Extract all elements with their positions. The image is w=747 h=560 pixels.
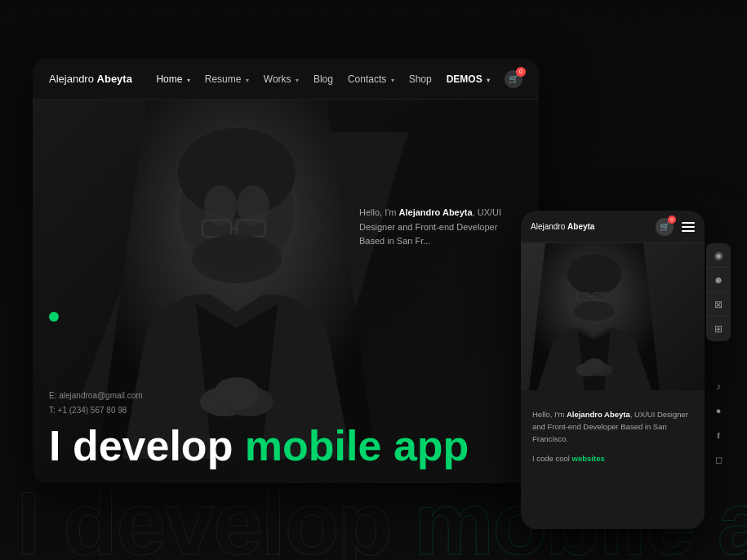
desktop-card: Alejandro Abeyta Home ▾ Resume ▾ Works ▾… — [33, 59, 539, 483]
nav-resume[interactable]: Resume ▾ — [205, 73, 249, 85]
tiktok-icon[interactable]: ♪ — [706, 374, 731, 398]
desktop-contact-info: E: alejandroa@gmail.com T: +1 (234) 567 … — [49, 389, 143, 418]
github-icon[interactable]: ● — [706, 398, 731, 423]
svg-point-24 — [584, 358, 605, 373]
mobile-hero-area — [521, 243, 705, 390]
eye-icon[interactable]: ◉ — [706, 243, 731, 268]
hamburger-menu[interactable] — [682, 222, 695, 232]
mobile-cart[interactable]: 🛒 0 — [656, 218, 674, 236]
mobile-side-toolbar: ◉ ☻ ⊠ ⊞ — [706, 243, 731, 341]
nav-home[interactable]: Home ▾ — [156, 73, 189, 85]
cart-side-icon[interactable]: ⊠ — [706, 292, 731, 317]
mobile-content-area: Hello, I'm Alejandro Abeyta, UX/UI Desig… — [521, 398, 705, 473]
face-icon[interactable]: ☻ — [706, 268, 731, 292]
desktop-brand: Alejandro Abeyta — [49, 73, 132, 85]
desktop-big-text: I develop mobile app — [49, 424, 469, 467]
mobile-brand: Alejandro Abeyta — [531, 222, 656, 231]
instagram-icon[interactable]: ◻ — [706, 447, 731, 472]
nav-shop[interactable]: Shop — [409, 73, 432, 85]
mobile-cart-badge: 0 — [668, 216, 676, 224]
mobile-cta-text: I code cool websites — [532, 454, 693, 463]
svg-point-4 — [178, 128, 296, 218]
svg-point-13 — [214, 377, 260, 410]
mobile-intro: Hello, I'm Alejandro Abeyta, UX/UI Desig… — [532, 408, 693, 446]
desktop-hero: Hello, I'm Alejandro Abeyta, UX/UI Desig… — [33, 59, 539, 483]
svg-point-17 — [567, 254, 621, 295]
mobile-card: Alejandro Abeyta 🛒 0 — [521, 211, 705, 529]
nav-blog[interactable]: Blog — [313, 73, 333, 85]
svg-point-21 — [574, 301, 615, 321]
cart-badge: 0 — [516, 67, 526, 77]
facebook-icon[interactable]: f — [706, 423, 731, 447]
svg-point-10 — [192, 234, 282, 283]
mobile-social-toolbar: ♪ ● f ◻ — [706, 374, 731, 472]
grid-icon[interactable]: ⊞ — [706, 317, 731, 341]
desktop-navbar: Alejandro Abeyta Home ▾ Resume ▾ Works ▾… — [33, 59, 539, 100]
status-dot — [49, 312, 59, 322]
nav-contacts[interactable]: Contacts ▾ — [348, 73, 394, 85]
nav-works[interactable]: Works ▾ — [264, 73, 299, 85]
desktop-intro-text: Hello, I'm Alejandro Abeyta, UX/UI Desig… — [359, 206, 522, 249]
nav-demos[interactable]: DEMOS ▾ — [447, 73, 490, 85]
desktop-cart[interactable]: 🛒 0 — [505, 70, 522, 88]
mobile-person-svg — [529, 243, 660, 390]
mobile-navbar: Alejandro Abeyta 🛒 0 — [521, 211, 705, 243]
